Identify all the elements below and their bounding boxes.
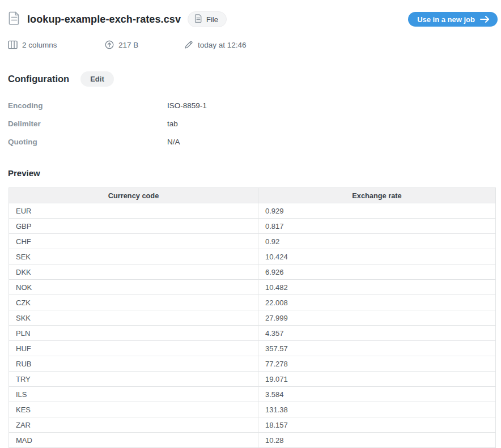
badge-file-icon bbox=[194, 14, 202, 25]
cell-currency-code: NOK bbox=[9, 280, 258, 295]
cell-currency-code: MAD bbox=[9, 433, 258, 448]
cell-currency-code: PLN bbox=[9, 326, 258, 341]
cell-exchange-rate: 10.482 bbox=[258, 280, 496, 295]
meta-modified: today at 12:46 bbox=[184, 40, 247, 49]
cell-currency-code: CZK bbox=[9, 295, 258, 310]
config-label: Encoding bbox=[8, 101, 167, 110]
table-row: ILS 3.584 bbox=[9, 387, 496, 402]
meta-size: 217 B bbox=[105, 40, 184, 49]
config-value: tab bbox=[167, 120, 178, 128]
cell-exchange-rate: 10.424 bbox=[258, 249, 496, 264]
table-row: MAD 10.28 bbox=[9, 433, 496, 448]
table-row: GBP 0.817 bbox=[9, 219, 496, 234]
configuration-section: Configuration Edit Encoding ISO-8859-1 D… bbox=[0, 71, 501, 146]
cell-currency-code: SEK bbox=[9, 249, 258, 264]
cell-currency-code: RUB bbox=[9, 356, 258, 372]
upload-circle-icon bbox=[105, 40, 114, 49]
cell-currency-code: EUR bbox=[9, 203, 258, 219]
cell-exchange-rate: 0.817 bbox=[258, 219, 496, 234]
cell-currency-code: TRY bbox=[9, 372, 258, 387]
cell-exchange-rate: 131.38 bbox=[258, 402, 496, 417]
config-label: Quoting bbox=[8, 138, 167, 146]
table-row: SEK 10.424 bbox=[9, 249, 496, 264]
use-in-new-job-label: Use in a new job bbox=[417, 15, 475, 24]
file-header: lookup-example-exch-rates.csv File Use i… bbox=[0, 0, 501, 27]
arrow-right-icon bbox=[480, 16, 490, 23]
table-row: DKK 6.926 bbox=[9, 264, 496, 280]
file-type-badge-label: File bbox=[206, 15, 218, 24]
column-header-exchange-rate: Exchange rate bbox=[258, 188, 496, 203]
file-meta-row: 2 columns 217 B today at 12:46 bbox=[0, 39, 501, 50]
cell-currency-code: CHF bbox=[9, 234, 258, 249]
preview-table: Currency code Exchange rate EUR 0.929 GB… bbox=[9, 187, 496, 448]
config-value: N/A bbox=[167, 138, 180, 146]
config-row: Delimiter tab bbox=[8, 120, 501, 127]
cell-exchange-rate: 357.57 bbox=[258, 341, 496, 356]
cell-exchange-rate: 18.157 bbox=[258, 417, 496, 433]
table-row: ZAR 18.157 bbox=[9, 417, 496, 433]
cell-currency-code: ILS bbox=[9, 387, 258, 402]
page-title: lookup-example-exch-rates.csv bbox=[27, 14, 181, 25]
cell-exchange-rate: 0.929 bbox=[258, 203, 496, 219]
table-row: HUF 357.57 bbox=[9, 341, 496, 356]
table-body: EUR 0.929 GBP 0.817 CHF 0.92 SEK 10.424 bbox=[9, 203, 496, 448]
cell-currency-code: ZAR bbox=[9, 417, 258, 433]
use-in-new-job-button[interactable]: Use in a new job bbox=[408, 12, 498, 27]
meta-file-size: 217 B bbox=[118, 41, 138, 49]
preview-section: Preview Currency code Exchange rate EUR … bbox=[0, 168, 501, 448]
table-row: CHF 0.92 bbox=[9, 234, 496, 249]
config-label: Delimiter bbox=[8, 120, 167, 128]
table-row: SKK 27.999 bbox=[9, 310, 496, 326]
table-row: PLN 4.357 bbox=[9, 326, 496, 341]
file-type-badge: File bbox=[188, 11, 227, 27]
cell-exchange-rate: 19.071 bbox=[258, 372, 496, 387]
table-row: NOK 10.482 bbox=[9, 280, 496, 295]
cell-currency-code: HUF bbox=[9, 341, 258, 356]
edit-configuration-button[interactable]: Edit bbox=[80, 71, 114, 87]
cell-exchange-rate: 22.008 bbox=[258, 295, 496, 310]
cell-exchange-rate: 4.357 bbox=[258, 326, 496, 341]
table-row: RUB 77.278 bbox=[9, 356, 496, 372]
config-value: ISO-8859-1 bbox=[167, 101, 207, 110]
table-row: EUR 0.929 bbox=[9, 203, 496, 219]
meta-columns: 2 columns bbox=[8, 40, 105, 49]
table-header-row: Currency code Exchange rate bbox=[9, 188, 496, 203]
column-header-currency-code: Currency code bbox=[9, 188, 258, 203]
cell-exchange-rate: 6.926 bbox=[258, 264, 496, 280]
pencil-icon bbox=[184, 40, 193, 49]
cell-currency-code: SKK bbox=[9, 310, 258, 326]
config-row: Quoting N/A bbox=[8, 138, 501, 146]
cell-exchange-rate: 0.92 bbox=[258, 234, 496, 249]
table-row: KES 131.38 bbox=[9, 402, 496, 417]
configuration-rows: Encoding ISO-8859-1 Delimiter tab Quotin… bbox=[8, 101, 501, 146]
meta-modified-time: today at 12:46 bbox=[198, 41, 247, 49]
file-document-icon bbox=[8, 11, 20, 28]
meta-columns-count: 2 columns bbox=[22, 41, 57, 49]
cell-currency-code: KES bbox=[9, 402, 258, 417]
config-row: Encoding ISO-8859-1 bbox=[8, 101, 501, 109]
preview-heading: Preview bbox=[0, 168, 501, 178]
configuration-heading: Configuration bbox=[8, 74, 69, 84]
cell-exchange-rate: 10.28 bbox=[258, 433, 496, 448]
table-row: TRY 19.071 bbox=[9, 372, 496, 387]
table-row: CZK 22.008 bbox=[9, 295, 496, 310]
cell-currency-code: GBP bbox=[9, 219, 258, 234]
cell-currency-code: DKK bbox=[9, 264, 258, 280]
cell-exchange-rate: 27.999 bbox=[258, 310, 496, 326]
cell-exchange-rate: 3.584 bbox=[258, 387, 496, 402]
cell-exchange-rate: 77.278 bbox=[258, 356, 496, 372]
columns-icon bbox=[8, 40, 18, 49]
